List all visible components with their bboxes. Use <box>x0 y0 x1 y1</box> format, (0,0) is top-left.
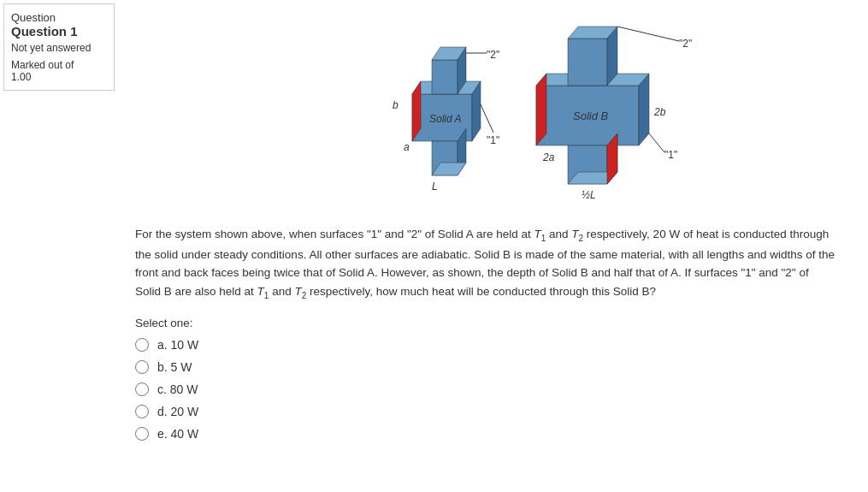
solid-a-label: Solid A <box>429 113 462 125</box>
page-layout: Question Question 1 Not yet answered Mar… <box>0 0 868 492</box>
dim-2a-label: 2a <box>542 151 555 163</box>
option-a-label: a. 10 W <box>157 338 198 352</box>
solid-a: Solid A <box>412 47 481 175</box>
option-c[interactable]: c. 80 W <box>135 382 851 396</box>
sidebar: Question Question 1 Not yet answered Mar… <box>3 3 115 91</box>
option-e-label: e. 40 W <box>157 427 198 441</box>
option-b-label: b. 5 W <box>157 360 192 374</box>
dim-b-2-label: "2" <box>679 38 692 50</box>
select-one-label: Select one: <box>135 317 851 329</box>
svg-line-24 <box>649 133 664 152</box>
question-label: Question Question 1 <box>11 11 107 39</box>
solid-b-label: Solid B <box>573 110 609 122</box>
option-d-label: d. 20 W <box>157 405 198 418</box>
svg-marker-12 <box>639 74 649 145</box>
diagram-svg: Solid A <box>245 9 741 205</box>
option-d[interactable]: d. 20 W <box>135 405 851 418</box>
dim-a-1-label: "1" <box>487 134 499 146</box>
dim-a-2-label: "2" <box>487 49 499 61</box>
svg-marker-3 <box>432 60 458 94</box>
radio-e[interactable] <box>135 427 149 441</box>
main-content: Solid A <box>118 0 868 492</box>
radio-d[interactable] <box>135 405 149 418</box>
radio-b[interactable] <box>135 360 149 374</box>
option-a[interactable]: a. 10 W <box>135 338 851 352</box>
question-number: Question 1 <box>11 24 78 39</box>
dim-b-label: b <box>393 99 399 111</box>
option-b[interactable]: b. 5 W <box>135 360 851 374</box>
marked-out: Marked out of 1.00 <box>11 59 107 83</box>
svg-line-23 <box>617 27 679 41</box>
radio-a[interactable] <box>135 338 149 352</box>
option-e[interactable]: e. 40 W <box>135 427 851 441</box>
dim-2b-label: 2b <box>653 106 666 118</box>
svg-marker-19 <box>536 74 546 145</box>
dim-l-label: L <box>432 181 438 193</box>
not-answered-status: Not yet answered <box>11 42 107 54</box>
svg-line-22 <box>481 104 493 133</box>
svg-marker-13 <box>568 39 607 86</box>
dim-a-label: a <box>404 141 410 153</box>
dim-half-l-label: ½L <box>582 189 596 201</box>
options-list: a. 10 W b. 5 W c. 80 W d. 20 W e. 40 W <box>135 338 851 441</box>
marked-value: 1.00 <box>11 71 31 83</box>
dim-b-1-label: "1" <box>664 149 677 161</box>
option-c-label: c. 80 W <box>157 382 198 396</box>
radio-c[interactable] <box>135 382 149 396</box>
diagram-area: Solid A <box>135 9 851 208</box>
question-text: For the system shown above, when surface… <box>135 225 836 303</box>
marked-label: Marked out of <box>11 59 74 71</box>
